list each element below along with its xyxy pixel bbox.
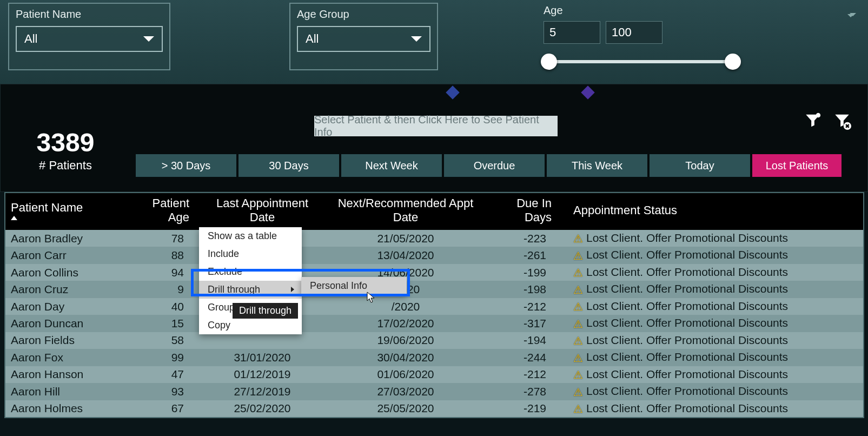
cell-next: 13/04/2020 xyxy=(324,247,487,263)
table-row[interactable]: Aaron Fields5819/06/2020-194⚠Lost Client… xyxy=(5,332,863,349)
kpi-value: 3389 xyxy=(17,128,114,157)
cell-status: ⚠Lost Client. Offer Promotional Discount… xyxy=(568,264,863,281)
age-max-input[interactable]: 100 xyxy=(606,21,662,44)
cell-name: Aaron Cruz xyxy=(5,281,135,298)
cell-due: -261 xyxy=(487,247,568,263)
cell-age: 15 xyxy=(135,315,200,332)
table-row[interactable]: Aaron Bradley7821/02/202021/05/2020-223⚠… xyxy=(5,230,863,247)
warning-icon: ⚠ xyxy=(573,249,583,262)
cell-next: 30/04/2020 xyxy=(324,349,487,366)
table-header-row: Patient Name Patient Age Last Appointmen… xyxy=(5,193,863,230)
cell-due: -278 xyxy=(487,383,568,400)
cell-name: Aaron Fields xyxy=(5,332,135,349)
age-group-value: All xyxy=(306,32,319,46)
age-slider-thumb-max[interactable] xyxy=(725,54,741,70)
col-next-appt[interactable]: Next/Recommended Appt Date xyxy=(324,193,487,230)
table-row[interactable]: Aaron Collins9414/06/2020-199⚠Lost Clien… xyxy=(5,264,863,281)
cell-status: ⚠Lost Client. Offer Promotional Discount… xyxy=(568,383,863,400)
warning-icon: ⚠ xyxy=(573,300,583,313)
warning-icon: ⚠ xyxy=(573,318,583,331)
patients-table: Patient Name Patient Age Last Appointmen… xyxy=(4,192,864,418)
cell-age: 88 xyxy=(135,247,200,263)
cell-last: 27/12/2019 xyxy=(200,383,324,400)
age-min-input[interactable]: 5 xyxy=(544,21,600,44)
warning-icon: ⚠ xyxy=(573,368,583,381)
age-slider-track[interactable] xyxy=(544,60,738,63)
table-row[interactable]: Aaron Duncan1517/02/2020-317⚠Lost Client… xyxy=(5,315,863,332)
warning-icon: ⚠ xyxy=(573,283,583,296)
tab-today[interactable]: Today xyxy=(650,154,750,177)
col-patient-age[interactable]: Patient Age xyxy=(135,193,200,230)
cell-due: -212 xyxy=(487,298,568,315)
warning-icon: ⚠ xyxy=(573,386,583,399)
tab-next-week[interactable]: Next Week xyxy=(341,154,442,177)
warning-icon: ⚠ xyxy=(573,352,583,365)
cell-last: 25/02/2020 xyxy=(200,400,324,417)
cm-exclude[interactable]: Exclude xyxy=(199,263,302,281)
cell-name: Aaron Fox xyxy=(5,349,135,366)
kpi-label: # Patients xyxy=(17,158,114,173)
cm-copy[interactable]: Copy xyxy=(199,316,302,334)
tab-overdue[interactable]: Overdue xyxy=(444,154,545,177)
cell-status: ⚠Lost Client. Offer Promotional Discount… xyxy=(568,247,863,263)
cell-status: ⚠Lost Client. Offer Promotional Discount… xyxy=(568,230,863,247)
cm-drill-through[interactable]: Drill through xyxy=(199,281,302,299)
cell-status: ⚠Lost Client. Offer Promotional Discount… xyxy=(568,315,863,332)
drill-through-submenu: Personal Info xyxy=(301,277,407,295)
table-row[interactable]: Aaron Carr8813/04/2020-261⚠Lost Client. … xyxy=(5,247,863,263)
table-row[interactable]: Aaron Cruz9/2020-198⚠Lost Client. Offer … xyxy=(5,281,863,298)
cell-status: ⚠Lost Client. Offer Promotional Discount… xyxy=(568,349,863,366)
col-last-appt[interactable]: Last Appointment Date xyxy=(200,193,324,230)
age-group-label: Age Group xyxy=(297,8,430,21)
patient-name-label: Patient Name xyxy=(16,8,163,21)
cell-due: -212 xyxy=(487,366,568,383)
age-slider: Age 5 100 xyxy=(544,4,738,63)
col-patient-name[interactable]: Patient Name xyxy=(5,193,135,230)
cell-age: 93 xyxy=(135,383,200,400)
cell-due: -199 xyxy=(487,264,568,281)
col-status[interactable]: Appointment Status xyxy=(568,193,863,230)
age-group-filter: Age Group All xyxy=(289,3,438,70)
tab-this-week[interactable]: This Week xyxy=(547,154,647,177)
cell-age: 67 xyxy=(135,400,200,417)
sort-asc-icon xyxy=(11,216,17,220)
table-row[interactable]: Aaron Holmes6725/02/202025/05/2020-219⚠L… xyxy=(5,400,863,417)
chevron-down-icon xyxy=(143,36,154,42)
cell-due: -194 xyxy=(487,332,568,349)
table-row[interactable]: Aaron Fox9931/01/202030/04/2020-244⚠Lost… xyxy=(5,349,863,366)
age-label: Age xyxy=(544,4,738,17)
cell-next: 01/06/2020 xyxy=(324,366,487,383)
cell-name: Aaron Holmes xyxy=(5,400,135,417)
tab-30-days[interactable]: 30 Days xyxy=(238,154,339,177)
cell-name: Aaron Day xyxy=(5,298,135,315)
cell-name: Aaron Hill xyxy=(5,383,135,400)
cell-status: ⚠Lost Client. Offer Promotional Discount… xyxy=(568,332,863,349)
chevron-right-icon xyxy=(291,287,294,292)
cell-status: ⚠Lost Client. Offer Promotional Discount… xyxy=(568,366,863,383)
filter-clear-icon[interactable] xyxy=(833,111,851,132)
chevron-down-icon xyxy=(850,13,856,16)
see-patient-info-button[interactable]: Select Patient & then Click Here to See … xyxy=(314,116,558,136)
table-row[interactable]: Aaron Hill9327/12/201927/03/2020-278⚠Los… xyxy=(5,383,863,400)
col-due-days[interactable]: Due In Days xyxy=(487,193,568,230)
age-group-dropdown[interactable]: All xyxy=(297,26,430,52)
cell-last: 01/12/2019 xyxy=(200,366,324,383)
cell-next: 25/05/2020 xyxy=(324,400,487,417)
table-row[interactable]: Aaron Day40/2020-212⚠Lost Client. Offer … xyxy=(5,298,863,315)
tab-30-plus-days[interactable]: > 30 Days xyxy=(136,154,236,177)
table-row[interactable]: Aaron Hanson4701/12/201901/06/2020-212⚠L… xyxy=(5,366,863,383)
cm-include[interactable]: Include xyxy=(199,245,302,263)
cell-due: -317 xyxy=(487,315,568,332)
filter-settings-icon[interactable] xyxy=(804,111,822,132)
cm-show-as-table[interactable]: Show as a table xyxy=(199,227,302,245)
submenu-personal-info[interactable]: Personal Info xyxy=(301,277,407,295)
warning-icon: ⚠ xyxy=(573,334,583,347)
cell-next: 19/06/2020 xyxy=(324,332,487,349)
tab-lost-patients[interactable]: Lost Patients xyxy=(752,154,842,177)
patient-name-dropdown[interactable]: All xyxy=(16,26,163,52)
chevron-down-icon xyxy=(411,36,422,42)
age-slider-thumb-min[interactable] xyxy=(541,54,557,70)
cell-due: -223 xyxy=(487,230,568,247)
warning-icon: ⚠ xyxy=(573,266,583,279)
cell-due: -219 xyxy=(487,400,568,417)
